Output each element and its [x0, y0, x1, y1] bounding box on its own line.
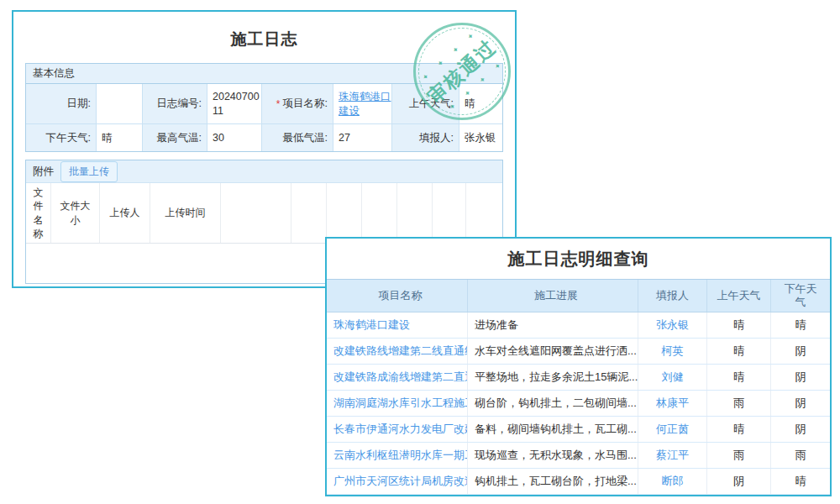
attachments-section-title: 附件: [33, 165, 54, 179]
project-name-label: * 项目名称:: [262, 84, 333, 124]
col-header-empty: [221, 183, 291, 243]
weather-pm: 阴: [771, 339, 830, 364]
weather-am: 晴: [707, 417, 771, 442]
project-link[interactable]: 长春市伊通河水力发电厂改建工程: [333, 422, 468, 437]
query-panel: 施工日志明细查询 项目名称 施工进展 填报人 上午天气 下午天气 珠海鹤港口建设…: [325, 237, 832, 496]
table-row: 改建铁路成渝线增建第二直通线 平整场地，拉走多余泥土15辆泥... 刘健 晴 阴: [327, 365, 830, 391]
col-header-empty: [327, 183, 362, 243]
weather-pm: 雨: [771, 443, 830, 468]
weather-am: 晴: [707, 365, 771, 390]
reporter-link[interactable]: 蔡江平: [656, 448, 689, 463]
reporter-value: 张永银: [459, 124, 502, 151]
table-row: 广州市天河区统计局机房改造项目 钩机排土，瓦工砌台阶，打地梁... 断郎 阴 晴: [327, 469, 830, 495]
col-header-empty: [291, 183, 327, 243]
date-label: 日期:: [26, 84, 97, 124]
progress-text: 现场巡查，无积水现象，水马围...: [468, 443, 638, 468]
reporter-cell: 何正茵: [638, 417, 707, 442]
col-header-reporter: 填报人: [638, 280, 707, 312]
reporter-cell: 柯英: [638, 339, 707, 364]
reporter-cell: 蔡江平: [638, 443, 707, 468]
col-header-upload-time: 上传时间: [150, 183, 221, 243]
col-header-pm-weather: 下午天气: [771, 280, 830, 312]
weather-pm: 阴: [771, 365, 830, 390]
required-asterisk: *: [276, 98, 281, 110]
table-row: 珠海鹤港口建设 进场准备 张永银 晴 晴: [327, 312, 830, 339]
project-name-value: 珠海鹤港口建设: [333, 84, 392, 124]
approval-seal-content: ✦ ✦ ✦ ✦ 审核通过 ✦ ✦ ✦ ✦: [415, 25, 509, 117]
reporter-cell: 断郎: [638, 469, 707, 494]
attachments-table-header: 文件名称 文件大小 上传人 上传时间: [26, 183, 502, 244]
table-row: 长春市伊通河水力发电厂改建工程 备料，砌间墙钩机排土，瓦工砌... 何正茵 晴 …: [327, 417, 830, 443]
table-row: 湖南洞庭湖水库引水工程施工标段 砌台阶，钩机排土，二包砌间墙... 林康平 雨 …: [327, 391, 830, 417]
reporter-link[interactable]: 刘健: [662, 370, 684, 385]
weather-am: 雨: [707, 443, 771, 468]
col-header-uploader: 上传人: [100, 183, 150, 243]
weather-am: 阴: [707, 469, 771, 494]
table-row: 改建铁路线增建第二线直通线 水车对全线遮阳网覆盖点进行洒... 柯英 晴 阴: [327, 339, 830, 365]
min-temp-value: 27: [333, 124, 392, 151]
weather-pm: 阴: [771, 417, 830, 442]
project-link[interactable]: 广州市天河区统计局机房改造项目: [333, 474, 468, 489]
query-page-title: 施工日志明细查询: [327, 239, 830, 279]
reporter-cell: 林康平: [638, 391, 707, 416]
reporter-link[interactable]: 何正茵: [656, 422, 689, 437]
project-name-label-text: 项目名称:: [283, 97, 328, 111]
pm-weather-label: 下午天气:: [26, 124, 97, 151]
min-temp-label: 最低气温:: [262, 124, 333, 151]
batch-upload-button[interactable]: 批量上传: [60, 161, 118, 182]
reporter-link[interactable]: 张永银: [656, 318, 689, 333]
progress-text: 备料，砌间墙钩机排土，瓦工砌...: [468, 417, 638, 442]
col-header-empty: [466, 183, 502, 243]
col-header-am-weather: 上午天气: [707, 280, 771, 312]
date-value[interactable]: [97, 84, 143, 124]
project-link[interactable]: 云南水利枢纽潜明水库一期工程: [333, 448, 468, 463]
query-table-header: 项目名称 施工进展 填报人 上午天气 下午天气: [327, 279, 830, 312]
reporter-label: 填报人:: [392, 124, 459, 151]
project-cell: 云南水利枢纽潜明水库一期工程: [327, 443, 468, 468]
col-header-file-name: 文件名称: [26, 183, 51, 243]
progress-text: 钩机排土，瓦工砌台阶，打地梁...: [468, 469, 638, 494]
project-cell: 改建铁路线增建第二线直通线: [327, 339, 468, 364]
project-link[interactable]: 湖南洞庭湖水库引水工程施工标段: [333, 396, 468, 411]
reporter-link[interactable]: 柯英: [662, 344, 684, 359]
log-number-label: 日志编号:: [143, 84, 207, 124]
weather-am: 晴: [707, 339, 771, 364]
col-header-project-name: 项目名称: [327, 280, 468, 312]
project-link[interactable]: 改建铁路线增建第二线直通线: [333, 344, 468, 359]
max-temp-label: 最高气温:: [143, 124, 207, 151]
log-number-value: 2024070011: [207, 84, 262, 124]
attachments-header-bar: 附件 批量上传: [26, 160, 502, 183]
table-row: 云南水利枢纽潜明水库一期工程 现场巡查，无积水现象，水马围... 蔡江平 雨 雨: [327, 443, 830, 469]
reporter-cell: 刘健: [638, 365, 707, 390]
weather-pm: 晴: [771, 469, 830, 494]
reporter-cell: 张永银: [638, 312, 707, 338]
weather-pm: 阴: [771, 391, 830, 416]
pm-weather-value: 晴: [97, 124, 143, 151]
col-header-empty: [397, 183, 433, 243]
project-cell: 广州市天河区统计局机房改造项目: [327, 469, 468, 494]
reporter-link[interactable]: 林康平: [656, 396, 689, 411]
col-header-empty: [362, 183, 397, 243]
col-header-file-size: 文件大小: [51, 183, 100, 243]
col-header-progress: 施工进展: [468, 280, 638, 312]
project-link[interactable]: 改建铁路成渝线增建第二直通线: [333, 370, 468, 385]
project-cell: 湖南洞庭湖水库引水工程施工标段: [327, 391, 468, 416]
reporter-link[interactable]: 断郎: [662, 474, 684, 489]
approval-seal: ✦ ✦ ✦ ✦ 审核通过 ✦ ✦ ✦ ✦: [413, 23, 511, 120]
progress-text: 进场准备: [468, 312, 638, 338]
progress-text: 水车对全线遮阳网覆盖点进行洒...: [468, 339, 638, 364]
max-temp-value: 30: [207, 124, 262, 151]
project-name-link[interactable]: 珠海鹤港口建设: [339, 90, 391, 118]
project-link[interactable]: 珠海鹤港口建设: [333, 318, 410, 333]
weather-am: 晴: [707, 312, 771, 338]
col-header-empty: [433, 183, 466, 243]
progress-text: 平整场地，拉走多余泥土15辆泥...: [468, 365, 638, 390]
weather-am: 雨: [707, 391, 771, 416]
basic-info-row-2: 下午天气: 晴 最高气温: 30 最低气温: 27 填报人: 张永银: [26, 124, 502, 151]
project-cell: 珠海鹤港口建设: [327, 312, 468, 338]
project-cell: 改建铁路成渝线增建第二直通线: [327, 365, 468, 390]
progress-text: 砌台阶，钩机排土，二包砌间墙...: [468, 391, 638, 416]
project-cell: 长春市伊通河水力发电厂改建工程: [327, 417, 468, 442]
weather-pm: 晴: [771, 312, 830, 338]
